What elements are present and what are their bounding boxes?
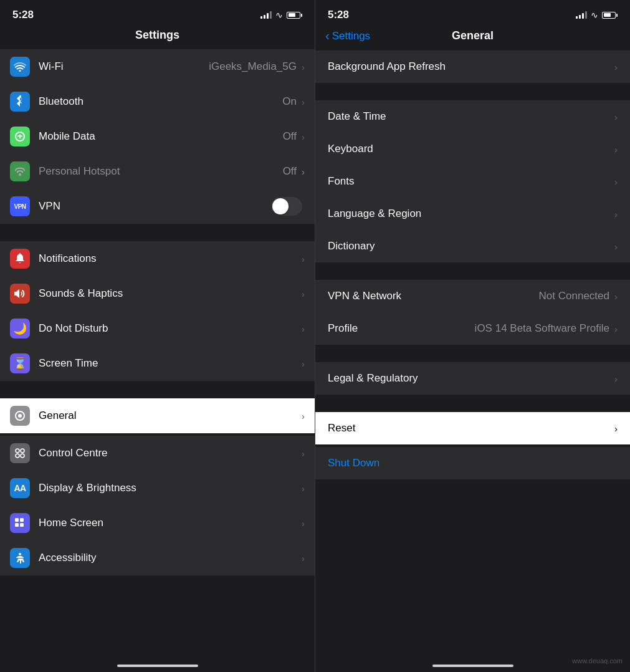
- bg-app-refresh-content: Background App Refresh ›: [328, 60, 618, 73]
- notifications-label: Notifications: [39, 252, 97, 265]
- display-brightness-row-content: Display & Brightness ›: [39, 482, 305, 494]
- display-brightness-icon: AA: [10, 478, 30, 498]
- bluetooth-value: On: [282, 95, 297, 108]
- row-notifications[interactable]: Notifications ›: [0, 241, 315, 276]
- svg-rect-6: [15, 518, 19, 522]
- dnd-label: Do Not Disturb: [39, 322, 108, 335]
- right-divider-3: [315, 345, 630, 362]
- right-nav-title: General: [452, 29, 494, 42]
- signal-icon: [260, 11, 272, 19]
- wifi-right: iGeeks_Media_5G ›: [209, 60, 305, 73]
- row-dictionary[interactable]: Dictionary ›: [315, 230, 630, 262]
- display-brightness-chevron: ›: [302, 483, 305, 494]
- row-vpn[interactable]: VPN VPN: [0, 189, 315, 224]
- vpn-row-content: VPN: [39, 197, 305, 216]
- left-panel: 5:28 ∿ Settings: [0, 0, 315, 672]
- general-chevron: ›: [302, 411, 305, 421]
- legal-regulatory-content: Legal & Regulatory ›: [328, 372, 618, 385]
- row-mobile-data[interactable]: Mobile Data Off ›: [0, 119, 315, 154]
- row-general[interactable]: General ›: [0, 398, 315, 433]
- svg-point-2: [16, 449, 19, 453]
- row-keyboard[interactable]: Keyboard ›: [315, 133, 630, 165]
- mobile-data-label: Mobile Data: [39, 130, 95, 143]
- row-home-screen[interactable]: Home Screen ›: [0, 506, 315, 540]
- left-time: 5:28: [12, 9, 34, 21]
- hotspot-chevron: ›: [302, 166, 305, 177]
- row-vpn-network[interactable]: VPN & Network Not Connected ›: [315, 280, 630, 312]
- right-section-4: Legal & Regulatory ›: [315, 362, 630, 395]
- row-bg-app-refresh[interactable]: Background App Refresh ›: [315, 50, 630, 83]
- home-screen-row-content: Home Screen ›: [39, 517, 305, 529]
- screen-time-row-content: Screen Time ›: [39, 357, 305, 370]
- battery-icon: [287, 12, 302, 19]
- bg-app-refresh-label: Background App Refresh: [328, 60, 446, 73]
- language-region-content: Language & Region ›: [328, 208, 618, 220]
- hotspot-right: Off ›: [283, 165, 305, 178]
- svg-rect-8: [15, 523, 19, 527]
- back-button[interactable]: ‹ Settings: [325, 29, 370, 43]
- dictionary-content: Dictionary ›: [328, 240, 618, 252]
- control-centre-label: Control Centre: [39, 447, 108, 459]
- right-status-icons: ∿: [576, 10, 618, 20]
- vpn-network-value: Not Connected: [539, 290, 609, 302]
- svg-rect-7: [20, 518, 24, 522]
- back-label: Settings: [332, 30, 370, 42]
- hotspot-label: Personal Hotspot: [39, 165, 120, 178]
- right-divider-1: [315, 83, 630, 100]
- svg-point-4: [16, 454, 19, 458]
- row-sounds[interactable]: Sounds & Haptics ›: [0, 276, 315, 311]
- row-reset[interactable]: Reset ›: [315, 412, 630, 444]
- bluetooth-chevron: ›: [302, 97, 305, 107]
- row-accessibility[interactable]: Accessibility ›: [0, 540, 315, 575]
- row-personal-hotspot[interactable]: Personal Hotspot Off ›: [0, 154, 315, 189]
- sounds-chevron: ›: [302, 289, 305, 299]
- fonts-content: Fonts ›: [328, 175, 618, 188]
- vpn-label: VPN: [39, 200, 60, 213]
- row-fonts[interactable]: Fonts ›: [315, 165, 630, 198]
- row-screen-time[interactable]: ⌛ Screen Time ›: [0, 346, 315, 381]
- divider-1: [0, 224, 315, 241]
- profile-content: Profile iOS 14 Beta Software Profile ›: [328, 322, 618, 335]
- display-brightness-label: Display & Brightness: [39, 482, 136, 494]
- wifi-status-icon: ∿: [275, 10, 283, 20]
- sounds-icon: [10, 284, 30, 304]
- dictionary-label: Dictionary: [328, 240, 375, 252]
- vpn-toggle[interactable]: [271, 197, 302, 216]
- row-bluetooth[interactable]: Bluetooth On ›: [0, 84, 315, 119]
- row-wifi[interactable]: Wi-Fi iGeeks_Media_5G ›: [0, 49, 315, 84]
- vpn-network-label: VPN & Network: [328, 290, 401, 302]
- date-time-chevron: ›: [614, 112, 618, 122]
- row-shut-down[interactable]: Shut Down: [315, 447, 630, 479]
- row-display-brightness[interactable]: AA Display & Brightness ›: [0, 471, 315, 506]
- home-indicator-right: [432, 665, 513, 667]
- screen-time-label: Screen Time: [39, 357, 98, 370]
- right-signal-icon: [576, 11, 587, 19]
- section-network: Wi-Fi iGeeks_Media_5G › Bluetooth O: [0, 49, 315, 224]
- row-language-region[interactable]: Language & Region ›: [315, 198, 630, 230]
- svg-point-1: [19, 173, 21, 176]
- svg-point-3: [21, 449, 24, 453]
- home-screen-chevron: ›: [302, 518, 305, 529]
- language-region-label: Language & Region: [328, 208, 421, 220]
- back-chevron-icon: ‹: [325, 29, 330, 43]
- svg-rect-9: [20, 523, 24, 527]
- row-profile[interactable]: Profile iOS 14 Beta Software Profile ›: [315, 312, 630, 345]
- mobile-data-icon: [10, 127, 30, 146]
- svg-point-5: [21, 454, 24, 458]
- profile-label: Profile: [328, 322, 358, 335]
- shut-down-label: Shut Down: [328, 457, 379, 469]
- right-divider-2: [315, 262, 630, 280]
- profile-value: iOS 14 Beta Software Profile: [475, 322, 609, 335]
- row-legal-regulatory[interactable]: Legal & Regulatory ›: [315, 362, 630, 395]
- general-icon: [10, 406, 30, 426]
- row-dnd[interactable]: 🌙 Do Not Disturb ›: [0, 311, 315, 346]
- bluetooth-right: On ›: [282, 95, 305, 108]
- vpn-icon: VPN: [10, 196, 30, 216]
- wifi-icon: [10, 57, 30, 77]
- left-page-title: Settings: [135, 29, 179, 41]
- mobile-data-row-content: Mobile Data Off ›: [39, 130, 305, 143]
- row-control-centre[interactable]: Control Centre ›: [0, 436, 315, 471]
- dictionary-chevron: ›: [614, 241, 618, 252]
- reset-content: Reset ›: [328, 422, 618, 434]
- row-date-time[interactable]: Date & Time ›: [315, 100, 630, 133]
